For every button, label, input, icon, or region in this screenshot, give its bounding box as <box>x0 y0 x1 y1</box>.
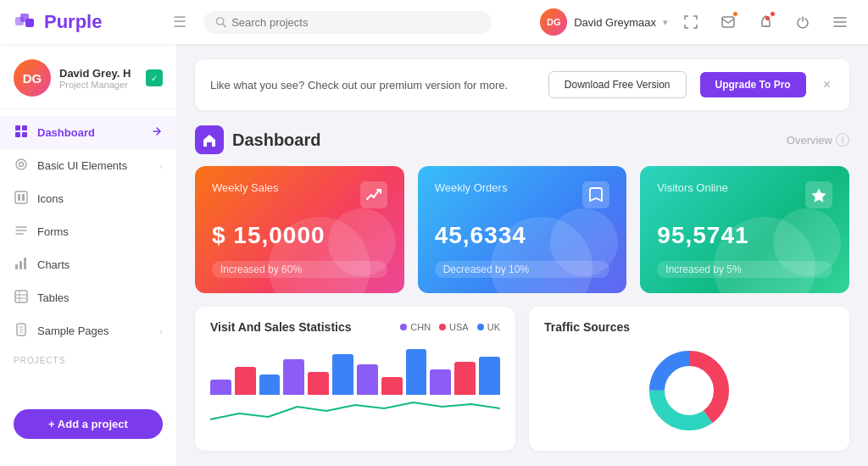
overview-area: Overview i <box>787 133 849 147</box>
user-info[interactable]: DG David Greymaax ▾ <box>540 8 668 36</box>
bar-5 <box>308 372 329 395</box>
sample-pages-icon <box>14 323 29 339</box>
svg-rect-23 <box>15 264 18 269</box>
panel-header-visit-sales: Visit And Sales Statistics CHN USA UK <box>210 320 500 334</box>
bar-11 <box>454 362 476 395</box>
panel-header-traffic: Traffic Sources <box>544 320 834 334</box>
svg-point-15 <box>16 159 26 169</box>
icons-icon <box>14 191 29 207</box>
legend-uk: UK <box>477 322 500 332</box>
sidebar-item-basic-ui[interactable]: Basic UI Elements ‹ <box>0 149 176 182</box>
sidebar-nav: Dashboard Basic UI Elements ‹ <box>0 109 176 409</box>
sidebar-label-dashboard: Dashboard <box>37 126 95 139</box>
list-icon-btn[interactable] <box>826 8 854 36</box>
sidebar-item-tables[interactable]: Tables <box>0 281 176 314</box>
sidebar-item-icons[interactable]: Icons <box>0 182 176 215</box>
stat-icon-sales <box>360 181 387 208</box>
sparkline-chart <box>210 398 500 424</box>
page-title: Dashboard <box>232 130 320 150</box>
sidebar-item-forms[interactable]: Forms <box>0 215 176 248</box>
svg-point-16 <box>19 163 24 167</box>
search-input[interactable] <box>231 16 480 29</box>
stat-icon-orders <box>582 181 609 208</box>
stat-card-weekly-sales: Weekly Sales $ 15,0000 Increased by 60% <box>195 166 404 293</box>
sidebar-avatar: DG <box>14 59 51 97</box>
bar-3 <box>259 374 281 395</box>
sidebar-projects-label: Projects <box>0 347 176 369</box>
overview-label: Overview <box>787 134 832 147</box>
sidebar-label-basic-ui: Basic UI Elements <box>37 159 127 172</box>
nav-right: DG David Greymaax ▾ <box>540 8 854 36</box>
top-navbar: Purple ☰ DG David Greymaax ▾ <box>0 0 868 44</box>
expand-icon-btn[interactable] <box>676 8 705 36</box>
bar-9 <box>406 349 427 395</box>
expand-icon <box>684 15 698 29</box>
stat-card-visitors: Visitors Online 95,5741 Increased by 5% <box>640 166 849 293</box>
main-content: Like what you see? Check out our premium… <box>176 44 868 466</box>
sidebar-label-forms: Forms <box>37 225 69 238</box>
sidebar-user-section: DG David Grey. H Project Manager ✓ <box>0 44 176 109</box>
upgrade-pro-button[interactable]: Upgrade To Pro <box>700 72 806 97</box>
home-icon <box>202 132 217 147</box>
sidebar-label-charts: Charts <box>37 258 70 271</box>
basic-ui-icon <box>14 158 29 174</box>
bell-badge <box>770 11 776 17</box>
svg-rect-25 <box>24 258 26 269</box>
search-area[interactable] <box>203 11 492 34</box>
sidebar-user-details: David Grey. H Project Manager <box>59 67 137 90</box>
dashboard-right-icon <box>151 125 163 140</box>
dashboard-icon-box <box>195 125 224 154</box>
logo-icon <box>14 10 37 34</box>
svg-rect-26 <box>15 291 27 302</box>
sidebar-label-icons: Icons <box>37 192 64 205</box>
dashboard-title-area: Dashboard <box>195 125 320 154</box>
main-layout: DG David Grey. H Project Manager ✓ Dashb… <box>0 44 868 466</box>
dashboard-header: Dashboard Overview i <box>195 125 849 154</box>
sidebar-label-tables: Tables <box>37 291 70 304</box>
logo-area: Purple <box>14 10 166 34</box>
sidebar-user-name: David Grey. H <box>59 67 137 80</box>
promo-banner: Like what you see? Check out our premium… <box>195 59 849 110</box>
forms-icon <box>14 224 29 240</box>
svg-rect-13 <box>15 132 20 137</box>
legend-label-uk: UK <box>487 322 500 332</box>
bar-2 <box>235 367 256 395</box>
hamburger-icon[interactable]: ☰ <box>173 13 186 31</box>
bell-icon-btn[interactable] <box>751 8 780 36</box>
svg-rect-5 <box>722 17 734 27</box>
power-icon <box>796 15 810 29</box>
download-free-button[interactable]: Download Free Version <box>548 71 687 98</box>
sidebar-user-check: ✓ <box>146 69 163 86</box>
card-top-visitors: Visitors Online <box>657 181 832 208</box>
legend-usa: USA <box>439 322 469 332</box>
dot-uk <box>477 324 484 330</box>
svg-rect-17 <box>15 191 27 203</box>
panel-title-visit-sales: Visit And Sales Statistics <box>210 320 352 334</box>
sidebar-item-sample-pages[interactable]: Sample Pages ‹ <box>0 314 176 347</box>
panel-traffic-sources: Traffic Sources <box>529 307 849 451</box>
stat-label-orders: Weekly Orders <box>435 181 508 194</box>
overview-info-icon[interactable]: i <box>836 133 849 147</box>
stat-change-orders: Decreased by 10% <box>435 261 610 278</box>
power-icon-btn[interactable] <box>788 8 817 36</box>
svg-point-7 <box>765 16 770 20</box>
app-logo-text: Purple <box>44 11 102 33</box>
bar-12 <box>479 357 500 395</box>
mail-icon-btn[interactable] <box>714 8 743 36</box>
sidebar-item-dashboard[interactable]: Dashboard <box>0 116 176 149</box>
bar-8 <box>381 377 403 395</box>
list-icon <box>833 16 847 28</box>
stat-card-weekly-orders: Weekly Orders 45,6334 Decreased by 10% <box>418 166 627 293</box>
stat-icon-visitors <box>805 181 832 208</box>
svg-rect-11 <box>15 125 20 130</box>
user-name-nav: David Greymaax <box>574 16 656 29</box>
dashboard-icon <box>14 125 29 141</box>
add-project-button[interactable]: + Add a project <box>14 409 163 439</box>
banner-close-button[interactable]: × <box>820 77 834 92</box>
sparkline-area <box>210 398 500 424</box>
stat-change-sales: Increased by 60% <box>212 261 387 278</box>
dot-usa <box>439 324 446 330</box>
sidebar-item-charts[interactable]: Charts <box>0 248 176 281</box>
legend-label-usa: USA <box>449 322 469 332</box>
bar-7 <box>357 364 378 395</box>
